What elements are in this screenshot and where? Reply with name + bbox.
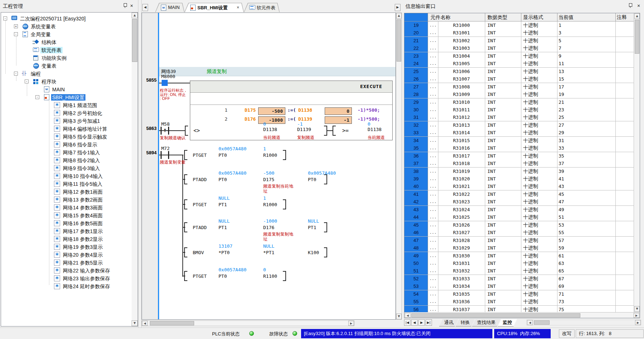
row-detail-dots[interactable]: ... [429, 169, 437, 174]
data-type-cell[interactable]: INT [487, 61, 496, 66]
data-type-cell[interactable]: INT [487, 145, 496, 151]
display-format-cell[interactable]: 十进制 [523, 53, 538, 59]
row-detail-dots[interactable]: ... [429, 184, 437, 189]
table-row[interactable]: 29...R31010INT十进制21 [404, 98, 634, 106]
current-value-cell[interactable]: 43 [559, 184, 564, 189]
tree-item-网络20 参数4显示[interactable]: 网络20 参数4显示 [1, 251, 130, 259]
current-value-cell[interactable]: 27 [559, 122, 564, 128]
operand-text[interactable]: R1000 [263, 152, 277, 158]
data-type-cell[interactable]: INT [487, 23, 496, 28]
expand-toggle[interactable]: + [14, 24, 18, 28]
current-value-cell[interactable]: 17 [559, 84, 564, 89]
table-row[interactable]: 39...R31020INT十进制41 [404, 175, 634, 183]
current-value-cell[interactable]: 11 [559, 61, 564, 66]
row-index-cell[interactable]: 29 [404, 98, 428, 106]
monitor-value[interactable]: 0 [263, 121, 266, 127]
current-value-cell[interactable]: 1 [559, 23, 561, 28]
close-icon[interactable]: × [637, 3, 640, 8]
close-icon[interactable]: × [130, 3, 133, 8]
tab-SBR_HMI设置[interactable]: SBR_HMI设置× [185, 3, 244, 12]
row-detail-dots[interactable]: ... [429, 276, 437, 281]
data-type-cell[interactable]: INT [487, 307, 496, 312]
current-value-cell[interactable]: 29 [559, 130, 564, 135]
current-value-cell[interactable]: 61 [559, 253, 564, 258]
table-row[interactable]: 55...R31036INT十进制73 [404, 298, 634, 306]
data-type-cell[interactable]: INT [487, 45, 496, 51]
table-row[interactable]: 43...R31024INT十进制49 [404, 206, 634, 214]
tree-item-网络8 指令2输入[interactable]: 网络8 指令2输入 [1, 156, 130, 164]
device-name-cell[interactable]: R31031 [438, 261, 485, 266]
device-name-cell[interactable]: R31037 [438, 307, 485, 312]
tree-item-网络1 频道范围[interactable]: 网络1 频道范围 [1, 101, 130, 109]
tree-item-MAIN[interactable]: MAIN [1, 86, 130, 93]
operand-text[interactable]: PTADD [193, 177, 207, 182]
current-value-cell[interactable]: 41 [559, 176, 564, 181]
device-name-cell[interactable]: R31002 [438, 38, 485, 43]
row-detail-dots[interactable]: ... [429, 246, 437, 250]
table-row[interactable]: 26...R31007INT十进制15 [404, 75, 634, 83]
row-index-cell[interactable]: 49 [404, 252, 428, 260]
current-value-cell[interactable]: 51 [559, 214, 564, 220]
st-code-line[interactable]: 1D175-500:=(D11380-1)*500; [190, 107, 392, 116]
operand-text[interactable]: D176 [263, 225, 274, 230]
display-format-cell[interactable]: 十进制 [523, 168, 538, 175]
operand-text[interactable]: *PT0 [218, 250, 230, 255]
display-format-cell[interactable]: 十进制 [523, 291, 538, 297]
operand-text[interactable]: PT0 [308, 177, 316, 182]
expand-toggle[interactable]: - [35, 95, 39, 99]
table-hscrollbar-thumb[interactable] [411, 313, 580, 318]
data-type-cell[interactable]: INT [487, 199, 496, 204]
display-format-cell[interactable]: 十进制 [523, 283, 538, 290]
row-index-cell[interactable]: 20 [404, 29, 428, 37]
current-value-cell[interactable]: 37 [559, 161, 564, 166]
data-type-cell[interactable]: INT [487, 115, 496, 120]
row-index-cell[interactable]: 54 [404, 290, 428, 298]
display-format-cell[interactable]: 十进制 [523, 145, 538, 151]
operand-text[interactable]: R1100 [263, 273, 277, 279]
display-format-cell[interactable]: 十进制 [523, 222, 538, 228]
data-type-cell[interactable]: INT [487, 291, 496, 297]
data-type-cell[interactable]: INT [487, 299, 496, 304]
table-row[interactable]: 21...R31002INT十进制5 [404, 37, 634, 45]
tree-item-结构体[interactable]: 结构体 [1, 38, 130, 46]
row-detail-dots[interactable]: ... [429, 238, 437, 243]
row-index-cell[interactable]: 23 [404, 52, 428, 60]
display-format-cell[interactable]: 十进制 [523, 122, 538, 129]
monitor-value[interactable]: 0x0057A480 [308, 170, 336, 176]
expand-toggle[interactable]: - [14, 72, 18, 76]
tab-scroll-right-icon[interactable]: ▶ [395, 4, 400, 11]
data-type-cell[interactable]: INT [487, 214, 496, 220]
row-detail-dots[interactable]: ... [429, 23, 437, 28]
row-index-cell[interactable]: 41 [404, 190, 428, 198]
device-name-cell[interactable]: R31026 [438, 222, 485, 228]
table-row[interactable]: 27...R31008INT十进制17 [404, 83, 634, 91]
display-format-cell[interactable]: 十进制 [523, 107, 538, 113]
column-header-2[interactable]: 数据类型 [487, 14, 507, 21]
data-type-cell[interactable]: INT [487, 169, 496, 174]
operand-text[interactable]: PT0 [218, 177, 227, 182]
operand-text[interactable]: *PT1 [263, 250, 274, 255]
current-value-cell[interactable]: 19 [559, 92, 564, 97]
row-detail-dots[interactable]: ... [429, 199, 437, 204]
expand-toggle[interactable]: - [25, 79, 29, 83]
row-detail-dots[interactable]: ... [429, 161, 437, 166]
scroll-left-button[interactable]: ◀ [527, 320, 533, 325]
tree-item-网络17 参数1显示[interactable]: 网络17 参数1显示 [1, 227, 130, 235]
execute-block[interactable]: EXECUTE 1D175-500:=(D11380-1)*500;2D176-… [190, 81, 393, 140]
current-value-cell[interactable]: 31 [559, 138, 564, 143]
table-row[interactable]: 35...R31016INT十进制33 [404, 144, 634, 152]
display-format-cell[interactable]: 十进制 [523, 160, 538, 167]
row-detail-dots[interactable]: ... [429, 284, 437, 289]
scroll-down-button[interactable]: ▼ [396, 314, 402, 319]
nav-button-2[interactable]: ◀ [411, 319, 418, 326]
monitor-value[interactable]: NULL [263, 243, 274, 249]
expand-toggle[interactable]: - [14, 32, 18, 36]
device-name-cell[interactable]: R31033 [438, 276, 485, 281]
current-value-cell[interactable]: 39 [559, 169, 564, 174]
row-detail-dots[interactable]: ... [429, 69, 437, 74]
monitor-value[interactable]: -1 [297, 121, 303, 127]
table-row[interactable]: 23...R31004INT十进制9 [404, 52, 634, 60]
table-row[interactable]: 30...R31011INT十进制23 [404, 106, 634, 114]
row-detail-dots[interactable]: ... [429, 176, 437, 181]
column-header-3[interactable]: 显示格式 [523, 14, 543, 21]
